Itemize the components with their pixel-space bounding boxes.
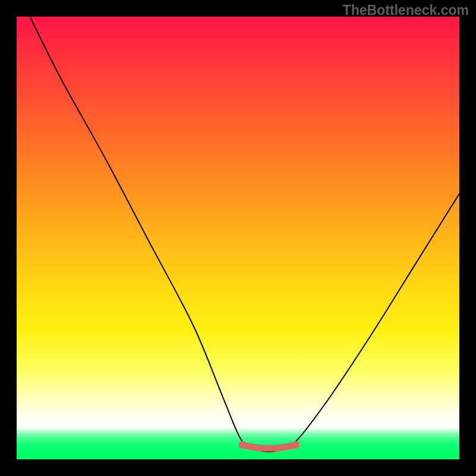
plot-area (17, 17, 459, 459)
chart-frame: TheBottleneck.com (0, 0, 476, 476)
trough-left-dot (239, 441, 246, 449)
trough-right-dot (292, 441, 299, 449)
trough-highlight-path (242, 444, 295, 448)
watermark-text: TheBottleneck.com (343, 2, 469, 18)
bottleneck-curve-path (30, 17, 459, 452)
curve-svg (17, 17, 459, 459)
